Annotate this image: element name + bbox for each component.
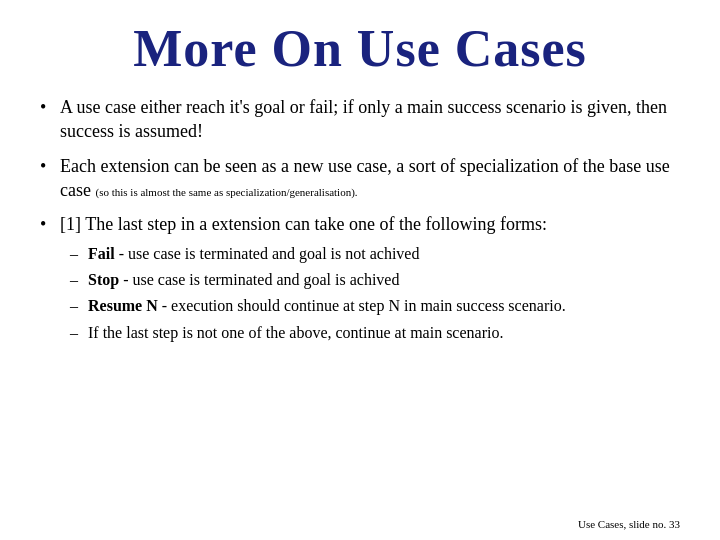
bullet1-text: A use case either reach it's goal or fai… — [60, 97, 667, 141]
sub-list: Fail - use case is terminated and goal i… — [70, 243, 680, 345]
sub-desc-last: If the last step is not one of the above… — [88, 324, 503, 341]
sub-item-stop: Stop - use case is terminated and goal i… — [70, 269, 680, 291]
sub-item-resume: Resume N - execution should continue at … — [70, 295, 680, 317]
bullet-item-3: [1] The last step in a extension can tak… — [40, 212, 680, 344]
bullet-item-2: Each extension can be seen as a new use … — [40, 154, 680, 203]
sub-item-fail: Fail - use case is terminated and goal i… — [70, 243, 680, 265]
sub-item-last: If the last step is not one of the above… — [70, 322, 680, 344]
sub-desc-fail: - use case is terminated and goal is not… — [115, 245, 420, 262]
bullet-item-1: A use case either reach it's goal or fai… — [40, 95, 680, 144]
sub-term-resume: Resume N — [88, 297, 158, 314]
sub-desc-stop: - use case is terminated and goal is ach… — [119, 271, 399, 288]
bullet2-note: (so this is almost the same as specializ… — [95, 186, 357, 198]
slide-title: More On Use Cases — [40, 20, 680, 77]
bullet-list: A use case either reach it's goal or fai… — [40, 95, 680, 354]
bullet3-intro: [1] The last step in a extension can tak… — [60, 214, 547, 234]
sub-term-stop: Stop — [88, 271, 119, 288]
sub-desc-resume: - execution should continue at step N in… — [158, 297, 566, 314]
sub-term-fail: Fail — [88, 245, 115, 262]
slide: More On Use Cases A use case either reac… — [0, 0, 720, 540]
slide-footer: Use Cases, slide no. 33 — [578, 518, 680, 530]
